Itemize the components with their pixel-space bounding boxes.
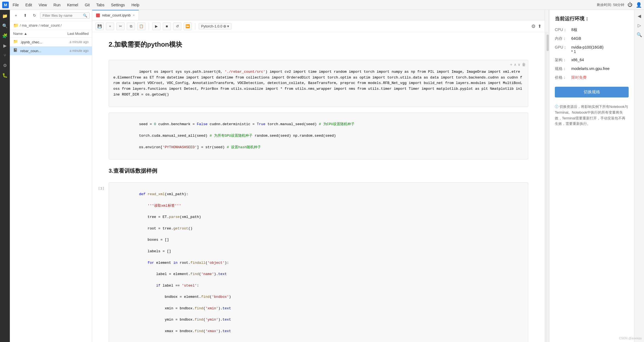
menu-run[interactable]: Run (51, 2, 63, 8)
right-icon-strip: ◀ ▷ 🔍 (634, 10, 644, 342)
code-cell-read-xml[interactable]: [3] def read_xml(xml_path): '''读取xml标签''… (109, 182, 528, 342)
menu-settings[interactable]: Settings (108, 2, 128, 8)
info-row-price: 价格： 限时免费 (555, 75, 629, 80)
kernel-select[interactable]: Pytorch-1.0.0 ▾ (199, 23, 232, 29)
notebook-settings-icon[interactable]: ⚙ (531, 23, 536, 29)
notebook-tab-rebar-count[interactable]: rebar_count.ipynb × (92, 10, 139, 20)
svg-text:M: M (4, 3, 7, 7)
menu-tabs[interactable]: Tabs (94, 2, 107, 8)
code-cell-seed[interactable]: seed = 0 cudnn.benchmark = False cudnn.d… (109, 113, 528, 160)
power-icon[interactable]: ⏻ (628, 2, 632, 8)
markdown-cell-section2: 2.加载需要的python模块 (109, 38, 528, 54)
new-folder-button[interactable]: + (12, 12, 20, 19)
search-input[interactable] (43, 13, 83, 18)
save-button[interactable]: 💾 (95, 23, 104, 30)
breadcrumb-text: / ma_share / rebar_count / (20, 23, 61, 27)
stop-button[interactable]: ■ (163, 23, 171, 30)
sidebar-icon-extensions[interactable]: 🧩 (1, 32, 9, 40)
column-modified[interactable]: Last Modified (53, 32, 89, 36)
add-cell-button[interactable]: + (106, 23, 114, 30)
switch-spec-button[interactable]: 切换规格 (555, 87, 629, 97)
tab-close-button[interactable]: × (133, 13, 135, 17)
toolbar-separator-1 (149, 23, 149, 30)
refresh-button[interactable]: ↻ (31, 12, 38, 19)
notebook-area: rebar_count.ipynb × 💾 + ✂ ⧉ 📋 ▶ ■ ↺ ⏩ Py… (92, 10, 545, 342)
arch-label: 架构： (555, 58, 571, 63)
notice-text: ⓘ 切换资源后，将影响实例下所有Notebook与Terminal。Notebo… (555, 104, 629, 127)
arch-value: x86_64 (571, 58, 629, 62)
kernel-status-indicator (223, 25, 226, 28)
folder-icon: 📁 (13, 39, 19, 45)
menu-file[interactable]: File (10, 2, 22, 8)
gpu-label: GPU： (555, 45, 571, 50)
memory-value: 64GB (571, 36, 629, 41)
fast-forward-button[interactable]: ⏩ (184, 23, 192, 30)
info-row-arch: 架构： x86_64 (555, 58, 629, 63)
markdown-cell-section3: 3.查看训练数据样例 (109, 165, 528, 177)
sidebar-icon-run[interactable]: ▶ (1, 42, 9, 49)
code-imports-line: import os import sys sys.path.insert(0, … (113, 63, 524, 103)
cell-move-up-icon[interactable]: ∧ (514, 62, 516, 68)
info-row-gpu: GPU： nvidia-p100(16GB) * 1 (555, 45, 629, 54)
notebook-wrap: rebar_count.ipynb × 💾 + ✂ ⧉ 📋 ▶ ■ ↺ ⏩ Py… (92, 10, 549, 342)
copy-cell-button[interactable]: ⧉ (127, 23, 135, 30)
notebook-share-icon[interactable]: ⬆ (538, 24, 541, 29)
cut-cell-button[interactable]: ✂ (116, 23, 125, 30)
gpu-value: nvidia-p100(16GB) * 1 (571, 45, 629, 54)
menu-view[interactable]: View (36, 2, 50, 8)
sidebar-icon-git[interactable]: ⑂ (1, 52, 9, 59)
file-item-ipynb-checkpoints[interactable]: 📁 .ipynb_chec... a minute ago (10, 38, 92, 46)
search-box: 🔍 (40, 12, 90, 19)
menu-kernel[interactable]: Kernel (64, 2, 81, 8)
price-value: 限时免费 (571, 75, 629, 80)
file-list-header: Name ▲ Last Modified (10, 30, 92, 38)
code-read-xml: def read_xml(xml_path): '''读取xml标签''' tr… (113, 186, 524, 340)
menu-bar: M File Edit View Run Kernel Git Tabs Set… (0, 0, 644, 10)
toolbar-separator-2 (195, 23, 195, 30)
app-logo: M (2, 2, 9, 8)
notebook-file-icon: 📓 (13, 48, 19, 54)
watermark: CSDN @aoxiepy (619, 337, 642, 340)
menu-help[interactable]: Help (129, 2, 142, 8)
memory-label: 内存： (555, 36, 571, 41)
upload-file-button[interactable]: ⬆ (21, 12, 29, 19)
right-panel-title: 当前运行环境： (555, 15, 629, 22)
right-icon-btn-3[interactable]: 🔍 (635, 31, 643, 38)
info-row-cpu: CPU： 8核 (555, 27, 629, 32)
right-icon-btn-1[interactable]: ◀ (635, 12, 643, 20)
restart-button[interactable]: ↺ (173, 23, 181, 30)
code-cell-imports[interactable]: + ∧ ∨ 🗑 import os import sys sys.path.in… (109, 60, 528, 107)
cell-delete-icon[interactable]: 🗑 (522, 62, 526, 68)
sidebar-icon-search[interactable]: 🔍 (1, 22, 9, 30)
column-name[interactable]: Name ▲ (13, 32, 53, 36)
right-icon-btn-2[interactable]: ▷ (635, 21, 643, 29)
file-panel-toolbar: + ⬆ ↻ 🔍 (10, 10, 92, 21)
run-cell-button[interactable]: ▶ (152, 23, 161, 30)
user-icon[interactable]: 👤 (636, 2, 642, 8)
menu-edit[interactable]: Edit (23, 2, 35, 8)
notice-icon: ⓘ (555, 105, 558, 109)
file-modified-time: a minute ago (53, 40, 89, 44)
menu-right-area: 剩余时间: 58分钟 ⏻ 👤 (597, 2, 642, 8)
file-name: rebar_coun... (20, 49, 53, 53)
chevron-down-icon: ▾ (227, 24, 229, 28)
cell-actions: + ∧ ∨ 🗑 (510, 62, 526, 68)
breadcrumb: 📁 / ma_share / rebar_count / (10, 21, 92, 30)
file-modified-time: a minute ago (53, 49, 89, 53)
paste-cell-button[interactable]: 📋 (137, 23, 145, 30)
right-panel: 当前运行环境： CPU： 8核 内存： 64GB GPU： nvidia-p10… (549, 10, 634, 342)
sidebar-icon-settings[interactable]: ⚙ (1, 61, 9, 69)
spec-value: modelarts.vm.gpu.free (571, 66, 629, 71)
section3-heading: 3.查看训练数据样例 (109, 167, 528, 175)
spec-label: 规格： (555, 66, 571, 71)
left-icon-sidebar: 📁 🔍 🧩 ▶ ⑂ ⚙ 🐛 (0, 10, 10, 342)
file-item-rebar-count[interactable]: 📓 rebar_coun... a minute ago (10, 46, 92, 55)
cell-add-above-icon[interactable]: + (510, 62, 512, 68)
sidebar-icon-files[interactable]: 📁 (1, 12, 9, 20)
tab-file-icon (96, 13, 100, 17)
cell-move-down-icon[interactable]: ∨ (518, 62, 520, 68)
sidebar-icon-debug[interactable]: 🐛 (1, 71, 9, 79)
menu-git[interactable]: Git (82, 2, 92, 8)
section2-heading: 2.加载需要的python模块 (109, 40, 528, 49)
folder-icon: 📁 (13, 23, 19, 28)
